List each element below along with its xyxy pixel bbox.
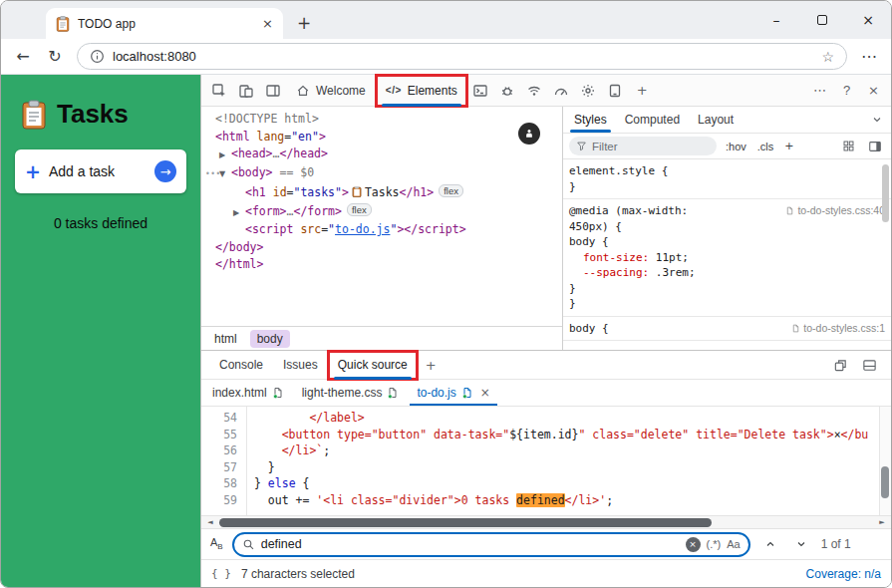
close-file-icon[interactable]: × — [480, 386, 490, 400]
chevron-down-icon[interactable] — [871, 114, 883, 126]
node-menu-dots-icon[interactable]: ••• — [205, 165, 219, 183]
memory-panel-icon[interactable] — [602, 77, 629, 105]
flex-badge[interactable]: flex — [347, 203, 372, 216]
dom-node-body[interactable]: •••▼<body> == $0 — [205, 164, 562, 183]
inspect-element-icon[interactable] — [205, 77, 232, 105]
settings-gear-icon[interactable] — [575, 77, 602, 105]
add-drawer-tab-icon[interactable]: + — [418, 351, 445, 379]
breadcrumb-html[interactable]: html — [207, 330, 244, 348]
performance-panel-icon[interactable] — [548, 77, 575, 105]
scrollbar-thumb[interactable] — [881, 466, 889, 498]
debugger-panel-icon[interactable] — [494, 77, 521, 105]
source-tab-light-theme-css[interactable]: light-theme.css — [293, 380, 409, 406]
tab-layout[interactable]: Layout — [689, 107, 743, 133]
twisty-collapsed-icon[interactable]: ▶ — [219, 147, 231, 164]
new-style-rule-button[interactable]: + — [782, 140, 795, 152]
dom-node-head[interactable]: ▶<head>…</head> — [219, 146, 562, 164]
line-number-gutter[interactable]: 54 55 56 57 58 59 — [201, 407, 247, 515]
tab-styles[interactable]: Styles — [565, 107, 616, 133]
scrollbar-thumb[interactable] — [219, 518, 712, 527]
css-property[interactable]: --spacing: .3rem; — [569, 265, 885, 281]
devtools-help-icon[interactable]: ? — [833, 77, 860, 105]
dom-node-script[interactable]: <script src="to-do.js"></script> — [245, 221, 562, 239]
regex-toggle[interactable]: (.*) — [707, 538, 722, 550]
close-window-button[interactable]: × — [845, 1, 891, 39]
device-emulation-icon[interactable] — [232, 77, 259, 105]
flex-badge[interactable]: flex — [439, 184, 463, 197]
styles-filter-input[interactable]: Filter — [569, 137, 717, 155]
scrollbar-thumb[interactable] — [882, 164, 889, 222]
grid-badge-icon[interactable] — [838, 140, 858, 152]
back-icon[interactable]: ← — [9, 43, 37, 71]
browser-titlebar: TODO app × + – × — [1, 1, 891, 39]
search-mode-icon[interactable]: AB — [210, 536, 223, 551]
browser-tab-todo-app[interactable]: TODO app × — [46, 8, 283, 39]
devtools-close-icon[interactable]: × — [860, 77, 887, 105]
search-pill[interactable]: × (.*) Aa — [232, 532, 750, 557]
tab-quick-source[interactable]: Quick source — [328, 351, 418, 380]
sidebar-toggle-icon[interactable] — [865, 140, 885, 153]
dom-node-h1[interactable]: <h1 id="tasks">Tasks</h1>flex — [245, 182, 562, 201]
rule-element-style[interactable]: element.style { } — [563, 159, 891, 199]
new-tab-button[interactable]: + — [291, 10, 317, 36]
code-line-58: } else { — [254, 475, 891, 492]
source-tab-to-do-js[interactable]: to-do.js × — [408, 380, 498, 406]
expand-quick-view-icon[interactable] — [827, 351, 854, 379]
dom-tree: <!DOCTYPE html> <html lang="en"> ▶<head>… — [201, 107, 562, 326]
dom-node-form[interactable]: ▶<form>…</form>flex — [233, 201, 562, 221]
breadcrumb-body[interactable]: body — [250, 330, 290, 348]
network-panel-icon[interactable] — [521, 77, 548, 105]
stylesheet-link[interactable]: to-do-styles.css:40 — [785, 203, 885, 219]
dom-node-html-open[interactable]: <html lang="en"> — [215, 129, 562, 147]
code-horizontal-scrollbar[interactable]: ◄ ► — [201, 515, 891, 528]
code-line-59: out += '<li class="divider">0 tasks defi… — [254, 492, 891, 509]
console-panel-icon[interactable] — [467, 77, 494, 105]
scroll-right-arrow-icon[interactable]: ► — [876, 518, 888, 526]
tab-computed[interactable]: Computed — [616, 107, 689, 133]
address-bar[interactable]: localhost:8080 ☆ — [77, 43, 847, 70]
tab-welcome[interactable]: Welcome — [286, 75, 376, 107]
tab-elements[interactable]: </> Elements — [376, 75, 467, 107]
coverage-link[interactable]: Coverage: n/a — [806, 567, 881, 581]
code-vertical-scrollbar[interactable] — [879, 407, 891, 515]
focus-panel-icon[interactable] — [259, 77, 286, 105]
clear-search-icon[interactable]: × — [686, 537, 701, 552]
devtools-menu-icon[interactable]: ⋯ — [806, 77, 833, 105]
previous-match-icon[interactable] — [759, 533, 781, 555]
twisty-collapsed-icon[interactable]: ▶ — [233, 204, 245, 222]
tab-issues[interactable]: Issues — [273, 351, 328, 380]
css-property[interactable]: font-size: 11pt; — [569, 250, 885, 266]
dom-node-html-close[interactable]: </html> — [215, 256, 562, 274]
class-toggle-button[interactable]: .cls — [755, 141, 776, 152]
source-tab-index-html[interactable]: index.html — [203, 380, 293, 406]
dock-panel-icon[interactable] — [856, 351, 883, 379]
browser-menu-icon[interactable]: ⋯ — [855, 43, 883, 71]
favorite-star-icon[interactable]: ☆ — [821, 49, 834, 65]
dom-node-doctype[interactable]: <!DOCTYPE html> — [215, 111, 562, 129]
next-match-icon[interactable] — [790, 533, 812, 555]
scroll-left-arrow-icon[interactable]: ◄ — [204, 518, 216, 526]
accessibility-tree-icon[interactable] — [518, 123, 540, 145]
tab-console[interactable]: Console — [209, 351, 273, 380]
match-case-toggle[interactable]: Aa — [727, 538, 740, 550]
search-input[interactable] — [261, 537, 680, 551]
hover-state-button[interactable]: :hov — [724, 141, 748, 152]
rule-body[interactable]: body { to-do-styles.css:1 — [563, 317, 891, 342]
rule-media-query[interactable]: @media (max-width: to-do-styles.css:40 4… — [563, 199, 891, 317]
code-editor[interactable]: 54 55 56 57 58 59 </label> <button type=… — [201, 407, 891, 515]
minimize-button[interactable]: – — [753, 1, 799, 39]
dom-node-body-close[interactable]: </body> — [215, 239, 562, 257]
site-info-icon[interactable] — [90, 49, 105, 64]
styles-scrollbar[interactable] — [881, 162, 890, 347]
stylesheet-link[interactable]: to-do-styles.css:1 — [791, 321, 885, 337]
maximize-button[interactable] — [799, 1, 845, 39]
browser-window: TODO app × + – × ← ↻ localhost:8080 ☆ ⋯ … — [0, 0, 892, 588]
add-task-button[interactable]: + Add a task → — [15, 149, 186, 193]
twisty-expanded-icon[interactable]: ▼ — [219, 165, 231, 183]
add-panel-icon[interactable]: + — [629, 77, 656, 105]
dom-breadcrumb: html body — [201, 326, 562, 350]
script-source-link[interactable]: to-do.js — [335, 222, 390, 236]
refresh-icon[interactable]: ↻ — [41, 43, 69, 71]
tab-close-icon[interactable]: × — [262, 16, 273, 31]
pretty-print-icon[interactable]: { } — [211, 567, 231, 580]
